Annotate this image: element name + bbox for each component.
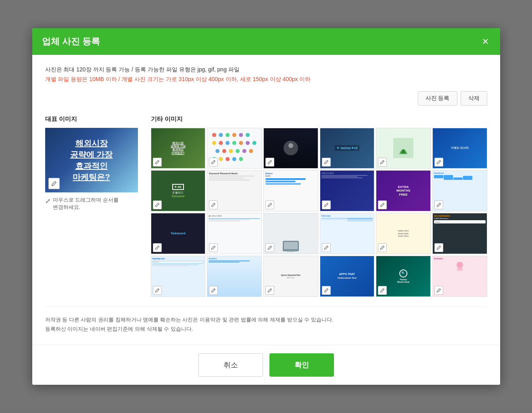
- thumb-edit-icon[interactable]: [153, 286, 162, 295]
- modal-footer: 취소 확인: [32, 345, 500, 385]
- thumbnail-item[interactable]: Select Exam: [263, 170, 318, 211]
- svg-point-26: [288, 143, 293, 148]
- svg-point-21: [219, 157, 223, 161]
- modal-header: 업체 사진 등록 ×: [32, 28, 500, 55]
- svg-point-16: [229, 149, 233, 153]
- svg-point-17: [236, 149, 240, 153]
- svg-point-8: [219, 141, 223, 145]
- main-image[interactable]: 해외시장공략에 가장효과적인마케팅은?: [45, 128, 138, 192]
- svg-rect-32: [457, 268, 463, 271]
- thumb-edit-icon[interactable]: [378, 158, 387, 167]
- thumbnail-item[interactable]: EXTRAMONTHSFREE: [376, 170, 431, 211]
- modal-overlay: 업체 사진 등록 × 사진은 최대 120장 까지 등록 가능 / 등록 가능한…: [0, 0, 532, 413]
- thumb-edit-icon[interactable]: [209, 158, 218, 167]
- svg-point-11: [239, 141, 243, 145]
- thumb-edit-icon[interactable]: [209, 200, 218, 209]
- images-section: 대표 이미지 해외시장공략에 가장효과적인마케팅은? ⤢ 마우스로 드래그하여 …: [45, 115, 487, 297]
- disclaimer-line2: 등록하신 이미지는 네이버 편집기준에 의해 삭제될 수 있습니다.: [45, 324, 487, 334]
- warning-text: 개별 파일 용량은 10MB 이하 / 개별 사진 크기는 가로 310px 이…: [45, 76, 487, 83]
- svg-point-15: [222, 149, 226, 153]
- thumbnail-item[interactable]: ✦ twinw✦rd: [320, 128, 375, 169]
- svg-point-4: [232, 133, 236, 137]
- thumbnail-item[interactable]: [207, 128, 262, 169]
- thumb-edit-icon[interactable]: [209, 243, 218, 252]
- thumbnail-item[interactable]: Analytics: [207, 256, 262, 297]
- svg-rect-30: [287, 250, 295, 252]
- svg-point-12: [246, 141, 250, 145]
- thumb-edit-icon[interactable]: [378, 200, 387, 209]
- thumb-edit-icon[interactable]: [378, 243, 387, 252]
- thumbnail-item[interactable]: 해외시장공략에 가장효과적인마케팅은?: [151, 128, 206, 169]
- thumbnail-item[interactable]: 카테고리 분석: [320, 170, 375, 211]
- svg-point-9: [225, 141, 229, 145]
- thumbnail-item[interactable]: 키워드 리서치: [432, 128, 487, 169]
- modal-body: 사진은 최대 120장 까지 등록 가능 / 등록 가능한 파일 유형은 jpg…: [32, 55, 500, 345]
- representative-section: 대표 이미지 해외시장공략에 가장효과적인마케팅은? ⤢ 마우스로 드래그하여 …: [45, 115, 138, 297]
- thumbnail-item[interactable]: APPS THATUnderstand Text: [320, 256, 375, 297]
- thumbnail-item[interactable]: hapdaqi.com Search...: [151, 256, 206, 297]
- photo-registration-modal: 업체 사진 등록 × 사진은 최대 120장 까지 등록 가능 / 등록 가능한…: [32, 28, 500, 385]
- drag-hint: ⤢ 마우스로 드래그하여 순서를변경하세요.: [45, 196, 138, 211]
- svg-point-3: [225, 133, 229, 137]
- svg-point-10: [232, 141, 236, 145]
- thumb-edit-icon[interactable]: [434, 200, 443, 209]
- svg-rect-27: [393, 138, 413, 158]
- disclaimer: 저작권 등 다른 사람의 권리를 침해하거나 명예를 훼손하는 사진은 이용약관…: [45, 307, 487, 334]
- svg-point-23: [232, 157, 236, 161]
- thumb-edit-icon[interactable]: [153, 243, 162, 252]
- confirm-button[interactable]: 확인: [269, 353, 334, 377]
- other-section: 기타 이미지 해외시장공략에 가장효과적인마케팅은?: [151, 115, 487, 297]
- thumb-edit-icon[interactable]: [322, 286, 331, 295]
- main-image-edit-icon[interactable]: [48, 178, 60, 189]
- thumbnail-item[interactable]: Keyword Research Basic: [207, 170, 262, 211]
- info-text: 사진은 최대 120장 까지 등록 가능 / 등록 가능한 파일 유형은 jpg…: [45, 66, 487, 73]
- svg-point-5: [239, 133, 243, 137]
- other-title: 기타 이미지: [151, 115, 487, 123]
- thumb-edit-icon[interactable]: [153, 200, 162, 209]
- thumb-edit-icon[interactable]: [322, 158, 331, 167]
- svg-point-2: [219, 133, 223, 137]
- thumbnail-item[interactable]: F-03 토웰워드 Twinword: [151, 170, 206, 211]
- thumbnail-item[interactable]: Illustration: [432, 256, 487, 297]
- thumbnail-item[interactable]: Twinword: [151, 213, 206, 254]
- thumb-edit-icon[interactable]: [322, 243, 331, 252]
- thumb-edit-icon[interactable]: [265, 286, 274, 295]
- photo-delete-button[interactable]: 삭제: [461, 91, 487, 106]
- thumbnail-item[interactable]: 웹 서비스 분석: [207, 213, 262, 254]
- thumb-edit-icon[interactable]: [434, 243, 443, 252]
- thumbnail-item[interactable]: [263, 213, 318, 254]
- thumbnail-item[interactable]: aws marketplace In AWS Marketplace Searc…: [432, 213, 487, 254]
- thumb-edit-icon[interactable]: [265, 200, 274, 209]
- svg-point-19: [249, 149, 253, 153]
- thumb-edit-icon[interactable]: [265, 243, 274, 252]
- info-section: 사진은 최대 120장 까지 등록 가능 / 등록 가능한 파일 유형은 jpg…: [45, 66, 487, 83]
- thumbnail-item[interactable]: Table data: [320, 213, 375, 254]
- thumb-edit-icon[interactable]: [153, 158, 162, 167]
- thumbnail-item[interactable]: Quora QuantumText NLP Tools: [263, 256, 318, 297]
- svg-point-13: [252, 141, 257, 145]
- cancel-button[interactable]: 취소: [198, 353, 263, 377]
- disclaimer-line1: 저작권 등 다른 사람의 권리를 침해하거나 명예를 훼손하는 사진은 이용약관…: [45, 315, 487, 324]
- close-button[interactable]: ×: [480, 36, 490, 47]
- photo-register-button[interactable]: 사진 등록: [418, 91, 457, 106]
- representative-title: 대표 이미지: [45, 115, 138, 123]
- thumbnail-item[interactable]: Dashboard: [432, 170, 487, 211]
- svg-point-14: [215, 149, 219, 153]
- modal-title: 업체 사진 등록: [42, 35, 100, 48]
- thumb-edit-icon[interactable]: [265, 158, 274, 167]
- thumbnail-item[interactable]: hobby infectliberty fablehaste rebou: [376, 213, 431, 254]
- thumb-edit-icon[interactable]: [378, 286, 387, 295]
- thumb-edit-icon[interactable]: [434, 158, 443, 167]
- thumbnail-item[interactable]: [263, 128, 318, 169]
- main-image-text: 해외시장공략에 가장효과적인마케팅은?: [70, 138, 113, 183]
- svg-point-31: [457, 262, 463, 268]
- thumbnail-item[interactable]: 🔍 TwinwRead what: [376, 256, 431, 297]
- thumbnail-grid: 해외시장공략에 가장효과적인마케팅은?: [151, 128, 487, 297]
- thumb-edit-icon[interactable]: [434, 286, 443, 295]
- thumbnail-item[interactable]: [376, 128, 431, 169]
- svg-point-18: [242, 149, 246, 153]
- thumb-edit-icon[interactable]: [209, 286, 218, 295]
- thumb-edit-icon[interactable]: [322, 200, 331, 209]
- svg-point-22: [225, 157, 229, 161]
- svg-point-7: [212, 141, 216, 145]
